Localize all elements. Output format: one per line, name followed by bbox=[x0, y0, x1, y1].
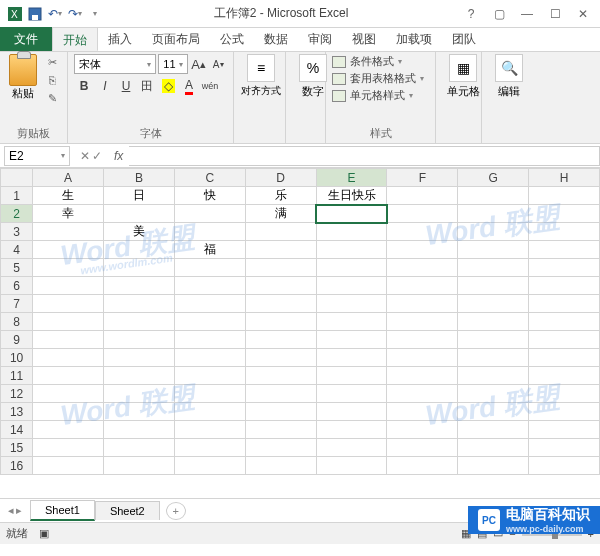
tab-review[interactable]: 审阅 bbox=[298, 27, 342, 51]
copy-icon[interactable]: ⎘ bbox=[43, 72, 61, 88]
row-header[interactable]: 1 bbox=[1, 187, 33, 205]
sheet-tab[interactable]: Sheet2 bbox=[95, 501, 160, 520]
col-header[interactable]: F bbox=[387, 169, 458, 187]
window-title: 工作簿2 - Microsoft Excel bbox=[104, 5, 458, 22]
tab-home[interactable]: 开始 bbox=[52, 27, 98, 51]
add-sheet-button[interactable]: + bbox=[166, 502, 186, 520]
accept-formula-icon[interactable]: ✓ bbox=[92, 149, 102, 163]
cells-icon: ▦ bbox=[449, 54, 477, 82]
selected-cell[interactable] bbox=[316, 205, 387, 223]
row-header[interactable]: 7 bbox=[1, 295, 33, 313]
table-format-icon bbox=[332, 73, 346, 85]
alignment-button[interactable]: ≡ 对齐方式 bbox=[240, 54, 282, 98]
clipboard-group-label: 剪贴板 bbox=[6, 126, 61, 141]
row-header[interactable]: 3 bbox=[1, 223, 33, 241]
name-box[interactable]: E2▾ bbox=[4, 146, 70, 166]
sheet-nav-prev-icon[interactable]: ◂ bbox=[8, 504, 14, 517]
row-header[interactable]: 10 bbox=[1, 349, 33, 367]
col-header[interactable]: B bbox=[104, 169, 175, 187]
paste-button[interactable]: 粘贴 bbox=[6, 54, 39, 106]
border-button[interactable]: 田 bbox=[137, 76, 157, 96]
minimize-icon[interactable]: — bbox=[514, 4, 540, 24]
cell-styles-button[interactable]: 单元格样式▾ bbox=[332, 88, 429, 103]
tab-insert[interactable]: 插入 bbox=[98, 27, 142, 51]
tab-file[interactable]: 文件 bbox=[0, 27, 52, 51]
row-header[interactable]: 12 bbox=[1, 385, 33, 403]
underline-button[interactable]: U bbox=[116, 76, 136, 96]
sheet-nav-next-icon[interactable]: ▸ bbox=[16, 504, 22, 517]
tab-view[interactable]: 视图 bbox=[342, 27, 386, 51]
row-header[interactable]: 9 bbox=[1, 331, 33, 349]
excel-icon[interactable]: X bbox=[6, 5, 24, 23]
formula-input[interactable] bbox=[129, 146, 600, 166]
font-group-label: 字体 bbox=[74, 126, 227, 141]
row-header[interactable]: 4 bbox=[1, 241, 33, 259]
tab-formula[interactable]: 公式 bbox=[210, 27, 254, 51]
clipboard-icon bbox=[9, 54, 37, 86]
grow-font-icon[interactable]: A▴ bbox=[190, 54, 208, 74]
row-header[interactable]: 15 bbox=[1, 439, 33, 457]
row-header[interactable]: 11 bbox=[1, 367, 33, 385]
macro-record-icon[interactable]: ▣ bbox=[39, 527, 49, 539]
save-icon[interactable] bbox=[26, 5, 44, 23]
row-header[interactable]: 13 bbox=[1, 403, 33, 421]
font-name-select[interactable]: 宋体▾ bbox=[74, 54, 156, 74]
svg-text:X: X bbox=[11, 9, 18, 20]
sheet-tab[interactable]: Sheet1 bbox=[30, 500, 95, 521]
phonetic-button[interactable]: wén bbox=[200, 76, 220, 96]
tab-team[interactable]: 团队 bbox=[442, 27, 486, 51]
redo-icon[interactable]: ↷▾ bbox=[66, 5, 84, 23]
shrink-font-icon[interactable]: A▾ bbox=[209, 54, 227, 74]
col-header[interactable]: D bbox=[245, 169, 316, 187]
ribbon-tabs: 文件 开始 插入 页面布局 公式 数据 审阅 视图 加载项 团队 bbox=[0, 28, 600, 52]
row-header[interactable]: 14 bbox=[1, 421, 33, 439]
col-header[interactable]: E bbox=[316, 169, 387, 187]
svg-rect-3 bbox=[32, 15, 38, 20]
status-ready: 就绪 bbox=[6, 527, 28, 539]
bold-button[interactable]: B bbox=[74, 76, 94, 96]
row-header[interactable]: 6 bbox=[1, 277, 33, 295]
align-icon: ≡ bbox=[247, 54, 275, 82]
cond-format-icon bbox=[332, 56, 346, 68]
tab-addins[interactable]: 加载项 bbox=[386, 27, 442, 51]
table-format-button[interactable]: 套用表格格式▾ bbox=[332, 71, 429, 86]
styles-group-label: 样式 bbox=[332, 126, 429, 141]
close-icon[interactable]: ✕ bbox=[570, 4, 596, 24]
cut-icon[interactable]: ✂ bbox=[43, 54, 61, 70]
font-color-button[interactable]: A bbox=[179, 76, 199, 96]
brand-footer: PC 电脑百科知识 www.pc-daily.com bbox=[468, 506, 600, 534]
italic-button[interactable]: I bbox=[95, 76, 115, 96]
conditional-format-button[interactable]: 条件格式▾ bbox=[332, 54, 429, 69]
format-painter-icon[interactable]: ✎ bbox=[43, 90, 61, 106]
percent-icon: % bbox=[299, 54, 327, 82]
row-header[interactable]: 2 bbox=[1, 205, 33, 223]
maximize-icon[interactable]: ☐ bbox=[542, 4, 568, 24]
cancel-formula-icon[interactable]: ✕ bbox=[80, 149, 90, 163]
col-header[interactable]: A bbox=[33, 169, 104, 187]
col-header[interactable]: H bbox=[529, 169, 600, 187]
row-header[interactable]: 16 bbox=[1, 457, 33, 475]
fill-color-button[interactable]: ◇ bbox=[158, 76, 178, 96]
spreadsheet-grid[interactable]: A B C D E F G H 1生日快乐生日快乐 2幸满 3美 4福 5 6 … bbox=[0, 168, 600, 475]
col-header[interactable]: G bbox=[458, 169, 529, 187]
undo-icon[interactable]: ↶▾ bbox=[46, 5, 64, 23]
help-icon[interactable]: ? bbox=[458, 4, 484, 24]
tab-layout[interactable]: 页面布局 bbox=[142, 27, 210, 51]
tab-data[interactable]: 数据 bbox=[254, 27, 298, 51]
select-all-corner[interactable] bbox=[1, 169, 33, 187]
row-header[interactable]: 8 bbox=[1, 313, 33, 331]
cell-style-icon bbox=[332, 90, 346, 102]
editing-button[interactable]: 🔍 编辑 bbox=[488, 54, 530, 99]
brand-logo-icon: PC bbox=[478, 509, 500, 531]
find-icon: 🔍 bbox=[495, 54, 523, 82]
row-header[interactable]: 5 bbox=[1, 259, 33, 277]
qat-dropdown-icon[interactable]: ▾ bbox=[86, 5, 104, 23]
col-header[interactable]: C bbox=[174, 169, 245, 187]
ribbon-options-icon[interactable]: ▢ bbox=[486, 4, 512, 24]
cells-button[interactable]: ▦ 单元格 bbox=[442, 54, 484, 99]
font-size-select[interactable]: 11▾ bbox=[158, 54, 187, 74]
fx-icon[interactable]: fx bbox=[108, 149, 129, 163]
